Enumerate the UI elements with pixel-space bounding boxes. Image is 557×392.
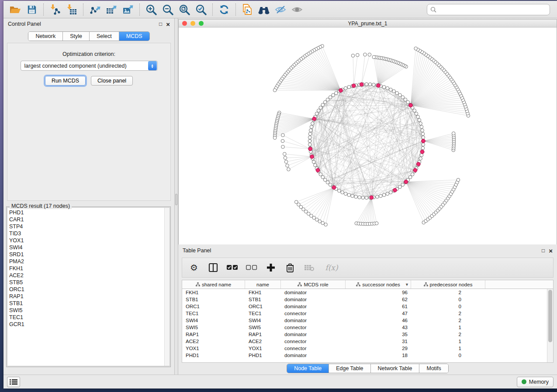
mcds-hub-node[interactable] [420,150,424,154]
cell-pred: 2 [411,289,485,296]
table-row[interactable]: TEC1TEC1connector472 [182,310,547,317]
run-mcds-button[interactable]: Run MCDS [45,76,86,86]
mcds-result-list[interactable]: PHD1CAR1STP4TID3YOX1SWI4SRD1PMA2FKH1ACE2… [7,207,170,366]
close-panel-icon[interactable]: × [166,21,170,28]
cell-succ: 43 [346,324,411,331]
table-row[interactable]: SWI4SWI4dominator462 [182,317,547,324]
table-tabs: Node Table Edge Table Network Table Moti… [287,364,449,373]
export-image-icon[interactable] [120,3,136,17]
tab-select[interactable]: Select [90,32,119,41]
tab-edge-table[interactable]: Edge Table [329,364,370,373]
column-header-predecessor-nodes[interactable]: predecessor nodes [411,280,485,289]
search-box[interactable] [427,4,550,15]
tab-node-table[interactable]: Node Table [287,364,329,373]
float-table-panel-icon[interactable]: □ [542,248,545,253]
import-table-icon[interactable] [63,3,80,17]
cell-shared: YOX1 [182,345,245,352]
tab-mcds[interactable]: MCDS [119,32,149,41]
table-row[interactable]: FKH1FKH1dominator962 [182,289,547,296]
mcds-hub-node[interactable] [310,155,314,158]
column-header-shared-name[interactable]: shared name [182,280,245,289]
table-row[interactable]: YOX1YOX1connector291 [182,345,547,352]
copy-network-icon[interactable] [239,3,256,17]
import-network-icon[interactable] [47,3,63,17]
table-settings-icon[interactable]: ⚙ [187,261,201,274]
cell-name: YOX1 [245,345,281,352]
save-icon[interactable] [24,3,40,17]
mcds-hub-node[interactable] [422,139,426,143]
tab-network-table[interactable]: Network Table [371,364,420,373]
criterion-dropdown[interactable]: largest connected component (undirected)… [21,61,158,71]
mcds-hub-node[interactable] [377,83,381,87]
binoculars-icon[interactable] [256,3,272,17]
cell-succ: 47 [346,310,411,317]
mcds-hub-node[interactable] [332,186,336,189]
cell-role: connector [281,345,346,352]
hide-selected-icon[interactable] [272,3,289,17]
table-row[interactable]: PHD1PHD1dominator180 [182,352,547,359]
control-panel-title: Control Panel [8,21,41,27]
refresh-icon[interactable] [216,3,232,17]
search-input[interactable] [439,7,547,13]
float-panel-icon[interactable]: □ [159,21,162,27]
split-columns-icon[interactable] [207,261,220,274]
splitter-grip[interactable] [175,194,177,205]
column-header-successor-nodes[interactable]: successor nodes▼ [346,280,411,289]
table-row[interactable]: ORC1ORC1dominator610 [182,303,547,310]
mcds-hub-node[interactable] [404,180,408,184]
select-all-checkboxes-icon[interactable] [226,261,239,274]
cell-succ: 35 [346,331,411,338]
table-row[interactable]: SWI5SWI5connector431 [182,324,547,331]
mcds-hub-node[interactable] [339,89,343,93]
delete-column-icon[interactable] [284,261,297,274]
tab-motifs[interactable]: Motifs [419,364,448,373]
close-table-panel-icon[interactable]: × [549,248,553,254]
vertical-splitter[interactable] [175,18,178,375]
mcds-hub-node[interactable] [316,168,320,172]
mcds-hub-node[interactable] [370,196,374,199]
column-header-MCDS-role[interactable]: MCDS role [281,280,346,289]
table-row[interactable]: STB1STB1dominator620 [182,296,547,303]
show-all-icon[interactable] [289,3,305,17]
mcds-hub-node[interactable] [409,103,413,107]
mcds-result-item: RAP1 [9,293,24,300]
task-history-icon[interactable] [7,377,20,387]
zoom-selected-icon[interactable] [193,3,209,17]
cell-pred: 0 [411,352,485,359]
table-scrollbar[interactable] [547,289,553,362]
control-panel-tabs: Network Style Select MCDS [28,31,149,41]
memory-button[interactable]: Memory [517,377,554,387]
cell-shared: ORC1 [182,303,245,310]
close-panel-button[interactable]: Close panel [91,76,133,86]
function-builder-icon: f(x) [322,261,341,274]
mcds-hub-node[interactable] [360,83,363,86]
add-column-icon[interactable] [264,261,277,274]
tab-style[interactable]: Style [63,32,90,41]
column-header-name[interactable]: name [245,280,281,289]
zoom-fit-icon[interactable] [176,3,193,17]
criterion-value: largest connected component (undirected) [21,63,148,69]
mcds-hub-node[interactable] [393,188,397,192]
table-scrollbar-thumb[interactable] [548,290,552,342]
mcds-hub-node[interactable] [352,84,356,88]
network-canvas[interactable] [179,28,557,244]
export-table-icon[interactable] [103,3,120,17]
tab-network[interactable]: Network [28,32,63,41]
table-row[interactable]: RAP1RAP1dominator352 [182,331,547,338]
zoom-out-icon[interactable] [159,3,176,17]
export-network-icon[interactable] [86,3,103,17]
table-row[interactable]: ACE2ACE2connector311 [182,338,547,345]
mcds-list-scrollbar[interactable] [164,208,170,366]
mcds-hub-node[interactable] [413,168,417,172]
mcds-hub-node[interactable] [312,117,316,121]
open-folder-icon[interactable] [7,3,24,17]
memory-status-icon [522,379,526,384]
cell-pred: 0 [411,303,485,310]
deselect-all-checkboxes-icon[interactable] [245,261,258,274]
zoom-in-icon[interactable] [143,3,159,17]
cell-name: RAP1 [245,331,281,338]
mcds-hub-node[interactable] [308,147,312,151]
search-icon [430,7,436,13]
dropdown-stepper-icon: ▲▼ [148,61,157,70]
mcds-hub-node[interactable] [416,162,420,166]
